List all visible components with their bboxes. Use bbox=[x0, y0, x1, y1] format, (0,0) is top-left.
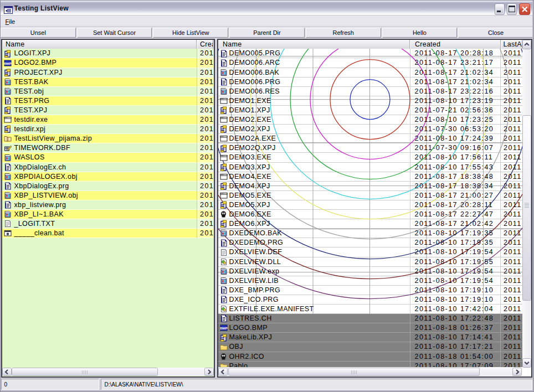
svg-text:BMP: BMP bbox=[4, 61, 12, 65]
svg-text:BMP: BMP bbox=[220, 326, 228, 330]
